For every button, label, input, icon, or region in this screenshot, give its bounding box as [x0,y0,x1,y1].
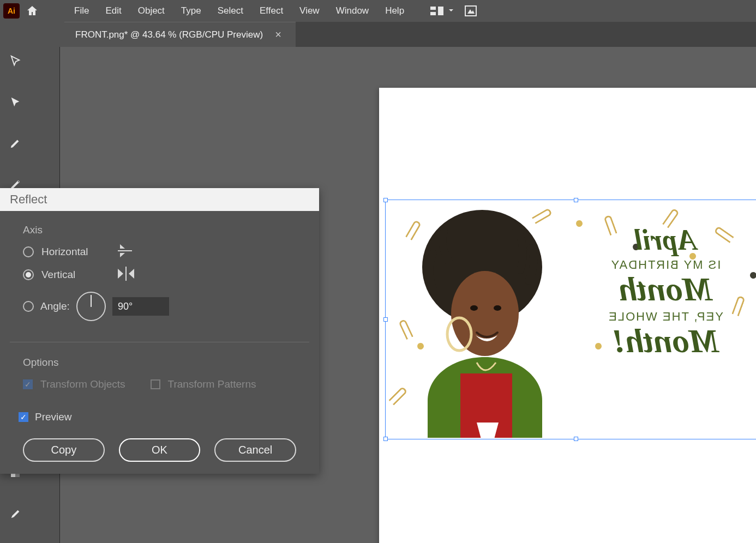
angle-input[interactable] [112,297,169,316]
selection-handle[interactable] [574,437,578,441]
menu-window[interactable]: Window [328,3,376,19]
radio-vertical-label: Vertical [41,269,75,281]
text-line-3: Month [575,270,755,309]
axis-angle-row[interactable]: Angle: [23,292,296,321]
document-tab[interactable]: FRONT.png* @ 43.64 % (RGB/CPU Preview) × [64,22,296,47]
radio-horizontal-label: Horizontal [41,246,88,258]
divider [10,342,309,342]
options-group-label: Options [23,357,296,369]
svg-point-11 [494,305,501,311]
svg-rect-1 [430,12,436,15]
selection-handle[interactable] [383,437,388,441]
menu-edit[interactable]: Edit [98,3,129,19]
workspace: April IS MY BIRTHDAY Month YEP, THE WHOL… [0,47,756,543]
horizontal-axis-icon [117,243,133,261]
menu-help[interactable]: Help [377,3,412,19]
angle-label: Angle: [40,300,70,312]
reflect-dialog: Reflect Axis Horizontal Vertical Angle: [0,188,319,474]
dialog-title: Reflect [0,188,319,211]
menu-object[interactable]: Object [130,3,172,19]
direct-selection-tool[interactable] [0,90,30,114]
pen-tool[interactable] [0,131,30,155]
svg-rect-13 [118,250,132,251]
vertical-axis-icon [117,267,135,283]
menu-view[interactable]: View [292,3,327,19]
copy-button[interactable]: Copy [23,438,105,462]
checkbox-preview[interactable] [19,412,28,422]
preview-row[interactable]: Preview [19,411,296,423]
svg-point-9 [451,271,519,356]
dialog-buttons: Copy OK Cancel [23,438,296,462]
transform-objects-row: Transform Objects Transform Patterns [23,378,296,390]
app-logo: Ai [3,3,20,19]
main-menu: File Edit Object Type Select Effect View… [67,3,412,19]
document-tab-label: FRONT.png* @ 43.64 % (RGB/CPU Preview) [75,29,263,40]
chevron-down-icon [448,6,454,16]
radio-angle[interactable] [23,301,34,312]
preview-label: Preview [35,411,72,423]
checkbox-transform-patterns [151,379,160,389]
app-menubar: Ai File Edit Object Type Select Effect V… [0,0,756,22]
cancel-button[interactable]: Cancel [214,438,296,462]
menu-select[interactable]: Select [210,3,251,19]
home-icon [26,4,39,17]
menu-effect[interactable]: Effect [252,3,291,19]
workspace-switcher-area [430,5,477,17]
ok-button[interactable]: OK [119,438,201,462]
radio-vertical[interactable] [23,269,34,280]
selection-tool[interactable] [0,49,30,73]
svg-point-10 [470,305,478,311]
transform-objects-label: Transform Objects [40,378,125,390]
document-tabs: FRONT.png* @ 43.64 % (RGB/CPU Preview) × [64,22,756,47]
axis-horizontal-row[interactable]: Horizontal [23,246,296,258]
selection-handle[interactable] [383,198,388,202]
text-line-5: Month! [575,322,755,360]
arrange-documents-button[interactable] [430,5,454,16]
checkbox-transform-objects [23,379,33,389]
svg-rect-14 [125,267,127,281]
axis-group-label: Axis [23,224,296,236]
menu-file[interactable]: File [67,3,97,19]
menu-type[interactable]: Type [173,3,209,19]
selection-handle[interactable] [383,317,388,322]
gpu-preview-button[interactable] [464,5,477,17]
placed-image: April IS MY BIRTHDAY Month YEP, THE WHOL… [387,201,756,438]
axis-vertical-row[interactable]: Vertical [23,269,296,281]
woman-illustration [395,201,569,438]
transform-patterns-label: Transform Patterns [168,378,256,390]
close-tab-icon[interactable]: × [275,28,281,41]
svg-rect-2 [438,7,443,15]
selected-object-bounds[interactable]: April IS MY BIRTHDAY Month YEP, THE WHOL… [385,200,756,439]
selection-handle[interactable] [574,198,578,202]
birthday-text-block: April IS MY BIRTHDAY Month YEP, THE WHOL… [575,223,755,360]
home-button[interactable] [23,2,41,20]
svg-rect-0 [430,7,436,10]
eyedropper-tool[interactable] [0,502,30,526]
angle-dial[interactable] [76,292,106,321]
text-line-1: April [575,223,755,257]
radio-horizontal[interactable] [23,246,34,257]
